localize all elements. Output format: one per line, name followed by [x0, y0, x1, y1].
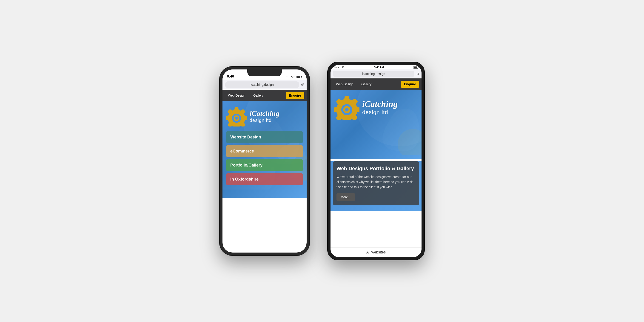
right-phone: Carrier 9:40 AM icatching.design ↺ — [328, 62, 424, 260]
wifi-icon-left — [291, 76, 295, 78]
gear-icon-left — [226, 106, 247, 127]
nav-bar-right: Web Design Gallery Enquire — [330, 78, 422, 90]
menu-buttons-left: Website Design eCommerce Portfolio/Galle… — [222, 129, 306, 188]
gear-logo-right: iCatching design ltd — [330, 90, 422, 122]
nav-enquire-right[interactable]: Enquire — [401, 81, 419, 88]
menu-btn-oxfordshire[interactable]: In Oxfordshire — [226, 173, 303, 185]
carrier-label: Carrier — [333, 66, 340, 69]
status-right-right — [413, 66, 419, 69]
gallery-title: Web Designs Portfolio & Gallery — [336, 165, 416, 172]
brand-design-left: design ltd — [250, 118, 280, 123]
nav-gallery-left[interactable]: Gallery — [250, 92, 266, 99]
brand-design-right: design ltd — [362, 109, 398, 115]
menu-btn-ecommerce[interactable]: eCommerce — [226, 145, 303, 157]
nav-enquire-left[interactable]: Enquire — [286, 92, 304, 99]
status-left-right: Carrier — [333, 66, 345, 69]
brand-icatching-left: iCatching — [250, 109, 280, 118]
gallery-description: We're proud of the website designs we cr… — [336, 174, 416, 190]
time-left: 9:40 — [227, 74, 234, 78]
brand-text-right: iCatching design ltd — [362, 99, 398, 115]
left-phone: 9:40 ··· icatching.design ↺ Web Desig — [220, 67, 309, 255]
status-icons-left: ··· — [286, 76, 302, 78]
brand-text-left: iCatching design ltd — [250, 109, 280, 123]
svg-point-5 — [235, 117, 238, 120]
status-bar-right: Carrier 9:40 AM — [330, 65, 422, 70]
wifi-icon-right — [342, 66, 345, 68]
notch — [247, 70, 282, 76]
gear-logo-left: iCatching design ltd — [222, 101, 306, 129]
svg-point-10 — [345, 108, 348, 111]
signal-dots-left: ··· — [286, 76, 290, 78]
reload-icon-right[interactable]: ↺ — [416, 72, 419, 76]
nav-gallery-right[interactable]: Gallery — [358, 81, 375, 87]
more-button[interactable]: More... — [336, 193, 355, 201]
time-right: 9:40 AM — [374, 66, 384, 69]
reload-icon-left[interactable]: ↺ — [301, 83, 304, 87]
nav-web-design-right[interactable]: Web Design — [333, 81, 357, 87]
menu-btn-portfolio[interactable]: Portfolio/Gallery — [226, 159, 303, 171]
hero-right: iCatching design ltd — [330, 90, 422, 159]
battery-icon-right — [413, 66, 419, 69]
menu-btn-website-design[interactable]: Website Design — [226, 131, 303, 143]
address-bar-right[interactable]: icatching.design ↺ — [330, 70, 422, 78]
hero-left: iCatching design ltd Website Design eCom… — [222, 101, 306, 198]
all-websites-footer[interactable]: All websites — [330, 247, 422, 257]
address-bar-left[interactable]: icatching.design ↺ — [222, 80, 306, 90]
nav-web-design-left[interactable]: Web Design — [225, 92, 249, 99]
all-websites-label: All websites — [366, 250, 386, 254]
url-input-left[interactable]: icatching.design — [225, 81, 299, 88]
gallery-panel: Web Designs Portfolio & Gallery We're pr… — [333, 161, 419, 205]
battery-icon-left — [296, 76, 302, 78]
brand-icatching-right: iCatching — [362, 99, 398, 109]
nav-bar-left: Web Design Gallery Enquire — [222, 90, 306, 101]
gear-icon-right — [334, 95, 360, 120]
url-input-right[interactable]: icatching.design — [333, 71, 414, 77]
